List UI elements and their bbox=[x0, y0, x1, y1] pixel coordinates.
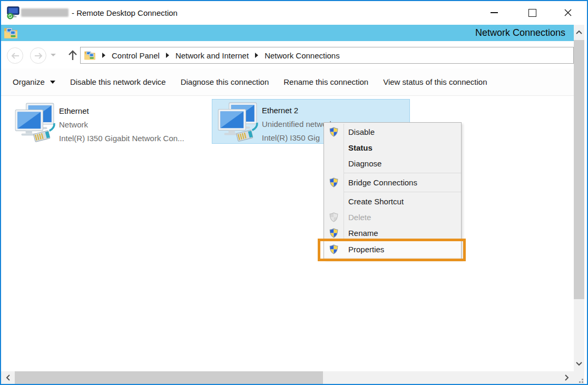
menu-item-bridge-connections[interactable]: Bridge Connections bbox=[324, 174, 461, 190]
connection-name: Ethernet 2 bbox=[262, 104, 334, 117]
disable-device-command[interactable]: Disable this network device bbox=[70, 77, 166, 86]
diagnose-connection-command[interactable]: Diagnose this connection bbox=[181, 77, 269, 86]
organize-menu-button[interactable]: Organize bbox=[13, 77, 55, 86]
uac-shield-icon bbox=[329, 177, 338, 187]
close-icon bbox=[564, 8, 572, 17]
breadcrumb-network-and-internet[interactable]: Network and Internet bbox=[175, 51, 249, 60]
menu-item-label: Rename bbox=[348, 229, 378, 238]
navigation-bar: Control Panel Network and Internet Netwo… bbox=[1, 41, 574, 68]
title-bar: - Remote Desktop Connection bbox=[1, 1, 587, 25]
chevron-left-icon bbox=[6, 374, 10, 381]
scroll-down-button[interactable] bbox=[574, 357, 584, 371]
maximize-button[interactable] bbox=[520, 1, 544, 24]
scroll-left-button[interactable] bbox=[1, 371, 15, 384]
back-arrow-icon bbox=[11, 52, 20, 60]
maximize-icon bbox=[528, 9, 536, 17]
command-bar: Organize Disable this network device Dia… bbox=[1, 68, 574, 96]
network-adapter-icon bbox=[214, 102, 259, 143]
menu-item-disable[interactable]: Disable bbox=[324, 124, 461, 140]
menu-item-rename[interactable]: Rename bbox=[324, 225, 461, 241]
back-button[interactable] bbox=[7, 47, 23, 64]
up-arrow-icon bbox=[67, 50, 78, 61]
scroll-up-button[interactable] bbox=[574, 25, 584, 40]
chevron-right-icon bbox=[565, 374, 569, 381]
horizontal-scrollbar[interactable] bbox=[1, 371, 574, 384]
connection-status: Network bbox=[59, 118, 184, 132]
menu-item-label: Create Shortcut bbox=[348, 197, 404, 206]
menu-item-properties[interactable]: Properties bbox=[324, 241, 461, 258]
vertical-scrollbar-thumb[interactable] bbox=[574, 40, 584, 299]
menu-item-create-shortcut[interactable]: Create Shortcut bbox=[324, 193, 461, 209]
rdp-window: - Remote Desktop Connection Network Conn… bbox=[0, 0, 588, 385]
menu-item-label: Disable bbox=[348, 127, 375, 136]
explorer-header-title: Network Connections bbox=[475, 25, 565, 41]
view-status-command[interactable]: View status of this connection bbox=[383, 77, 487, 86]
breadcrumb-chevron-icon[interactable] bbox=[166, 53, 169, 58]
menu-item-label: Properties bbox=[348, 245, 384, 254]
remote-desktop-app-icon bbox=[6, 6, 20, 19]
network-connections-folder-icon bbox=[4, 26, 18, 40]
horizontal-scrollbar-thumb[interactable] bbox=[15, 371, 323, 384]
explorer-header: Network Connections bbox=[1, 25, 574, 41]
context-menu: Disable Status Diagnose Bridge Connectio… bbox=[324, 122, 462, 259]
connections-list: Ethernet Network Intel(R) I350 Gigabit N… bbox=[1, 96, 574, 371]
uac-shield-icon bbox=[329, 228, 338, 238]
address-bar[interactable]: Control Panel Network and Internet Netwo… bbox=[80, 47, 574, 64]
breadcrumb-chevron-icon[interactable] bbox=[255, 53, 258, 58]
organize-dropdown-icon bbox=[50, 81, 55, 84]
menu-separator bbox=[344, 192, 461, 192]
uac-shield-icon bbox=[329, 127, 338, 137]
resize-grip[interactable] bbox=[574, 371, 584, 384]
network-adapter-icon bbox=[12, 102, 56, 143]
connection-tile-ethernet[interactable]: Ethernet Network Intel(R) I350 Gigabit N… bbox=[9, 100, 208, 145]
vertical-scrollbar[interactable] bbox=[574, 25, 584, 371]
connection-device: Intel(R) I350 Gigabit Network Con... bbox=[59, 132, 184, 145]
breadcrumb-chevron-icon[interactable] bbox=[102, 53, 105, 58]
address-location-icon bbox=[84, 50, 96, 61]
minimize-icon bbox=[491, 12, 498, 13]
breadcrumb-control-panel[interactable]: Control Panel bbox=[112, 51, 160, 60]
connection-name: Ethernet bbox=[59, 104, 184, 118]
menu-item-label: Bridge Connections bbox=[348, 178, 417, 187]
menu-item-diagnose[interactable]: Diagnose bbox=[324, 155, 461, 171]
menu-item-label: Delete bbox=[348, 213, 371, 222]
menu-item-label: Diagnose bbox=[348, 159, 381, 168]
up-button[interactable] bbox=[65, 47, 80, 63]
scroll-right-button[interactable] bbox=[560, 371, 574, 384]
uac-shield-disabled-icon bbox=[329, 212, 338, 222]
connection-device: Intel(R) I350 Gig bbox=[262, 131, 334, 145]
rename-connection-command[interactable]: Rename this connection bbox=[283, 77, 368, 86]
breadcrumb-network-connections[interactable]: Network Connections bbox=[264, 51, 340, 60]
menu-separator bbox=[344, 173, 461, 173]
menu-item-delete[interactable]: Delete bbox=[324, 209, 461, 225]
uac-shield-icon bbox=[329, 244, 338, 254]
menu-item-label: Status bbox=[348, 143, 373, 152]
menu-item-status[interactable]: Status bbox=[324, 140, 461, 155]
forward-button[interactable] bbox=[30, 47, 46, 64]
chevron-up-icon bbox=[576, 30, 582, 34]
redacted-hostname bbox=[21, 8, 68, 17]
minimize-button[interactable] bbox=[482, 1, 506, 24]
chevron-down-icon bbox=[576, 362, 582, 366]
close-button[interactable] bbox=[556, 1, 580, 24]
forward-arrow-icon bbox=[34, 52, 43, 60]
connection-status: Unidentified network bbox=[262, 117, 334, 131]
organize-label: Organize bbox=[13, 77, 45, 86]
recent-locations-dropdown-icon[interactable] bbox=[51, 54, 56, 56]
window-title: - Remote Desktop Connection bbox=[72, 1, 178, 25]
resize-grip-icon bbox=[577, 377, 583, 383]
